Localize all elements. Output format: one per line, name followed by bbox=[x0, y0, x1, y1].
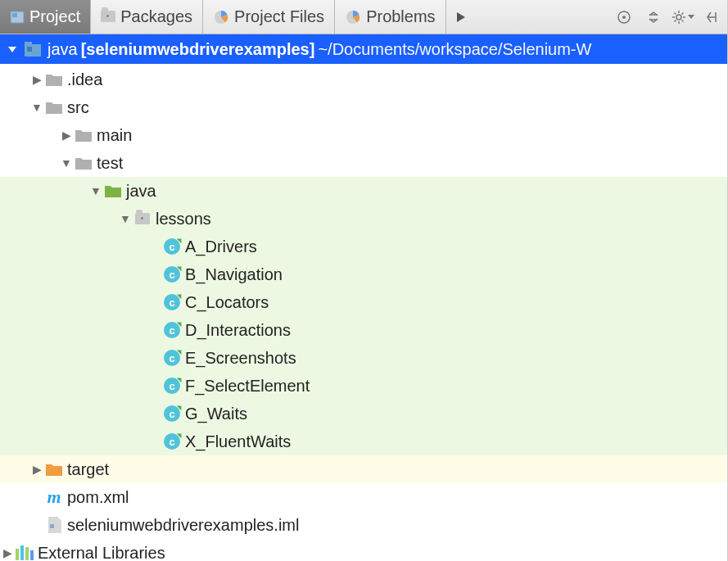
node-label: .idea bbox=[67, 70, 102, 89]
tab-label: Packages bbox=[120, 7, 192, 26]
tree-node-target[interactable]: ▶ target bbox=[0, 455, 727, 483]
folder-icon bbox=[74, 156, 93, 170]
project-icon bbox=[10, 10, 25, 25]
node-label: X_FluentWaits bbox=[185, 432, 291, 451]
test-folder-icon bbox=[103, 184, 123, 197]
project-module-name: [seleniumwebdriverexamples] bbox=[81, 40, 315, 59]
tab-label: Project Files bbox=[234, 7, 324, 26]
disclosure-closed-icon: ▶ bbox=[29, 463, 44, 476]
tab-label: Project bbox=[29, 7, 80, 26]
maven-icon: m bbox=[44, 486, 64, 508]
class-icon: c bbox=[162, 378, 182, 394]
tree-node-pom[interactable]: ▶ m pom.xml bbox=[0, 483, 727, 511]
node-label: pom.xml bbox=[67, 488, 129, 507]
folder-icon bbox=[44, 73, 64, 86]
tab-project[interactable]: Project bbox=[0, 0, 91, 34]
disclosure-open-icon: ▼ bbox=[59, 156, 74, 170]
class-icon: c bbox=[162, 238, 182, 255]
node-label: src bbox=[67, 98, 89, 117]
project-root-name: java bbox=[47, 40, 78, 59]
tree-node-class[interactable]: ▶ c D_Interactions bbox=[0, 316, 727, 344]
tab-problems[interactable]: Problems bbox=[335, 0, 445, 34]
class-icon: c bbox=[162, 322, 182, 338]
tree-node-lessons[interactable]: ▼ lessons bbox=[0, 205, 727, 233]
pie-chart-icon bbox=[213, 9, 229, 25]
svg-line-14 bbox=[682, 12, 684, 14]
tree-node-class[interactable]: ▶ c G_Waits bbox=[0, 400, 727, 428]
tree-node-main[interactable]: ▶ main bbox=[0, 121, 727, 149]
node-label: target bbox=[67, 460, 109, 479]
package-icon bbox=[101, 7, 115, 26]
node-label: F_SelectElement bbox=[185, 377, 310, 396]
tree-node-class[interactable]: ▶ c X_FluentWaits bbox=[0, 428, 727, 455]
iml-file-icon bbox=[44, 517, 64, 533]
class-icon: c bbox=[162, 433, 182, 450]
class-icon: c bbox=[162, 294, 182, 310]
hide-button[interactable] bbox=[698, 0, 727, 34]
svg-line-12 bbox=[682, 20, 684, 21]
pie-chart-icon bbox=[345, 9, 361, 25]
collapse-all-button[interactable] bbox=[639, 0, 668, 34]
tree-node-test[interactable]: ▼ test bbox=[0, 149, 727, 177]
class-icon: c bbox=[162, 405, 182, 422]
project-tool-window-toolbar: Project Packages Project Files Problems bbox=[0, 0, 727, 34]
tree-node-src[interactable]: ▼ src bbox=[0, 93, 727, 121]
node-label: G_Waits bbox=[185, 405, 247, 423]
node-label: C_Locators bbox=[185, 293, 269, 312]
package-icon bbox=[133, 213, 152, 224]
disclosure-open-icon: ▼ bbox=[88, 184, 103, 197]
tree-node-class[interactable]: ▶ c C_Locators bbox=[0, 288, 727, 316]
tree-node-class[interactable]: ▶ c F_SelectElement bbox=[0, 372, 727, 400]
svg-line-11 bbox=[675, 12, 676, 14]
scroll-from-source-button[interactable] bbox=[609, 0, 639, 34]
project-root-row[interactable]: java [seleniumwebdriverexamples] ~/Docum… bbox=[0, 34, 727, 64]
class-icon: c bbox=[162, 350, 182, 366]
run-button[interactable] bbox=[446, 0, 476, 34]
folder-icon bbox=[44, 101, 64, 114]
tab-packages[interactable]: Packages bbox=[91, 0, 203, 34]
node-label: E_Screenshots bbox=[185, 349, 296, 368]
tree-node-external-libraries[interactable]: ▶ External Libraries bbox=[0, 539, 727, 561]
project-root-path: ~/Documents/workspace/Selenium-W bbox=[318, 40, 591, 59]
tree-node-class[interactable]: ▶ c A_Drivers bbox=[0, 233, 727, 260]
project-tree: ▶ .idea ▼ src ▶ main ▼ test ▼ java ▼ les… bbox=[0, 64, 727, 561]
folder-icon bbox=[74, 129, 93, 142]
node-label: A_Drivers bbox=[185, 238, 257, 256]
tree-node-idea[interactable]: ▶ .idea bbox=[0, 66, 727, 93]
disclosure-closed-icon: ▶ bbox=[59, 129, 74, 142]
module-icon bbox=[25, 42, 41, 57]
tree-node-java[interactable]: ▼ java bbox=[0, 177, 727, 205]
node-label: seleniumwebdriverexamples.iml bbox=[67, 516, 299, 535]
svg-line-13 bbox=[675, 20, 676, 21]
tab-label: Problems bbox=[366, 7, 435, 26]
excluded-folder-icon bbox=[44, 463, 64, 476]
disclosure-open-icon: ▼ bbox=[118, 212, 133, 225]
disclosure-open-icon bbox=[5, 44, 20, 54]
node-label: main bbox=[97, 126, 132, 145]
tab-project-files[interactable]: Project Files bbox=[203, 0, 335, 34]
svg-point-6 bbox=[676, 15, 681, 20]
node-label: D_Interactions bbox=[185, 321, 291, 340]
svg-rect-16 bbox=[25, 42, 32, 45]
tree-node-class[interactable]: ▶ c E_Screenshots bbox=[0, 344, 727, 372]
node-label: External Libraries bbox=[38, 544, 165, 562]
disclosure-open-icon: ▼ bbox=[29, 101, 44, 114]
tree-node-iml[interactable]: ▶ seleniumwebdriverexamples.iml bbox=[0, 511, 727, 539]
node-label: B_Navigation bbox=[185, 265, 283, 284]
disclosure-closed-icon: ▶ bbox=[29, 73, 44, 86]
node-label: lessons bbox=[156, 210, 211, 228]
node-label: test bbox=[97, 154, 123, 173]
node-label: java bbox=[126, 182, 156, 201]
disclosure-closed-icon: ▶ bbox=[0, 546, 15, 559]
class-icon: c bbox=[162, 266, 182, 283]
svg-rect-1 bbox=[12, 13, 17, 17]
svg-rect-17 bbox=[27, 47, 32, 52]
tree-node-class[interactable]: ▶ c B_Navigation bbox=[0, 260, 727, 288]
settings-button[interactable] bbox=[668, 0, 698, 34]
libraries-icon bbox=[15, 545, 34, 560]
svg-rect-18 bbox=[50, 524, 54, 528]
svg-point-5 bbox=[622, 16, 626, 19]
